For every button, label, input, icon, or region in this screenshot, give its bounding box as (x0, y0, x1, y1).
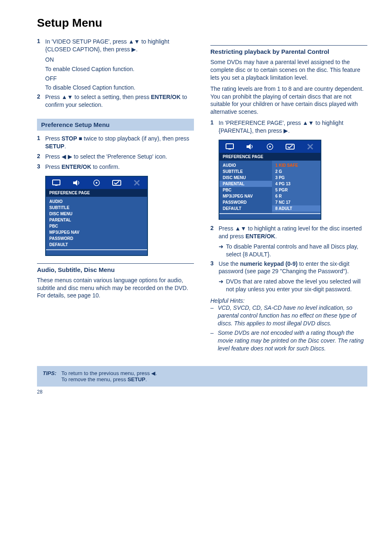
osd-menu-item: PASSWORD (49, 235, 144, 242)
text-fragment: Press ▲▼ to highlight a rating level for… (219, 225, 362, 240)
settings-check-icon (280, 140, 300, 153)
svg-point-10 (269, 146, 271, 147)
osd-rating-list: 1 KID SAFE 2 G 3 PG 4 PG 13 5 PGR 6 R 7 … (272, 161, 321, 213)
osd-preference-page: PREFERENCE PAGE AUDIO SUBTITLE DISC MENU… (45, 176, 148, 256)
osd-menu-item: AUDIO (49, 198, 144, 205)
text-fragment: ■ twice to stop playback (if any), then … (77, 135, 189, 142)
text-fragment: To remove the menu, press (61, 376, 127, 382)
text-fragment: Press (45, 164, 62, 170)
paragraph: These menus contain various language opt… (37, 276, 194, 300)
page-title: Setup Menu (37, 16, 367, 30)
osd-menu-item: PASSWORD (223, 199, 269, 205)
option-off-label: OFF (45, 75, 57, 82)
step-text: Press ◀ ▶ to select the 'Preference Setu… (45, 153, 167, 161)
option-off-desc: To disable Closed Caption function. (45, 84, 194, 92)
close-icon (127, 177, 147, 189)
svg-rect-1 (55, 185, 58, 186)
step-item: 1 In 'VIDEO SETUP PAGE', press ▲▼ to hig… (37, 38, 194, 53)
hints-heading: Helpful Hints: (210, 297, 367, 304)
osd-preference-page-parental: PREFERENCE PAGE AUDIO SUBTITLE DISC MENU… (219, 140, 321, 220)
osd-menu-item: DISC MENU (223, 175, 269, 181)
disc-icon (86, 177, 106, 189)
osd-rating-item: 3 PG (275, 175, 317, 181)
option-on-label: ON (45, 56, 54, 63)
osd-footer (219, 213, 321, 219)
text-fragment: Use the (219, 260, 240, 267)
svg-rect-7 (228, 149, 231, 150)
osd-menu-item: PBC (223, 187, 269, 193)
hint-item: – Some DVDs are not encoded with a ratin… (210, 329, 367, 352)
paragraph: Some DVDs may have a parental level assi… (210, 58, 367, 82)
osd-menu-item: AUDIO (223, 162, 269, 168)
step-number: 3 (210, 260, 219, 276)
speaker-icon (240, 140, 260, 153)
osd-menu-item-highlighted: PARENTAL (219, 181, 272, 187)
page-number: 28 (37, 389, 367, 395)
text-fragment: to confirm. (91, 164, 120, 170)
step-number: 2 (37, 153, 45, 161)
text-fragment: Press (45, 135, 62, 142)
osd-menu-item: DEFAULT (49, 242, 144, 248)
option-on-desc: To enable Closed Caption function. (45, 65, 194, 73)
step-text: Use the numeric keypad (0-9) to enter th… (219, 260, 367, 276)
tips-line: To return to the previous menu, press ◀. (61, 370, 157, 376)
osd-menu-list: AUDIO SUBTITLE DISC MENU PARENTAL PBC MP… (219, 161, 272, 213)
step-item: 1 Press STOP ■ twice to stop playback (i… (37, 135, 194, 150)
text-fragment: . (65, 143, 66, 150)
osd-tab-bar (219, 140, 321, 153)
key-name: ENTER/OK (245, 233, 275, 240)
osd-menu-item: SUBTITLE (223, 168, 269, 175)
osd-footer (46, 249, 147, 255)
speaker-icon (66, 177, 86, 189)
svg-point-4 (96, 182, 97, 184)
result-bullet: ➜ To disable Parental controls and have … (219, 243, 367, 258)
step-number: 1 (37, 38, 45, 53)
dash-icon: – (210, 304, 218, 327)
svg-rect-0 (53, 180, 60, 185)
text-fragment: . (145, 376, 147, 382)
step-number: 2 (37, 93, 45, 109)
tips-body: To return to the previous menu, press ◀.… (61, 370, 157, 382)
result-bullet: ➜ DVDs that are rated above the level yo… (219, 278, 367, 293)
step-text: Press ▲▼ to highlight a rating level for… (219, 225, 367, 240)
step-item: 3 Press ENTER/OK to confirm. (37, 163, 194, 171)
left-column: 1 In 'VIDEO SETUP PAGE', press ▲▼ to hig… (37, 38, 194, 354)
right-column: Restricting playback by Parental Control… (210, 38, 367, 354)
dash-icon: – (210, 329, 218, 352)
monitor-icon (46, 177, 66, 189)
key-name: STOP (62, 135, 77, 142)
osd-menu-item: SUBTITLE (49, 205, 144, 211)
subheading-audio-subtitle-disc: Audio, Subtitle, Disc Menu (37, 263, 194, 273)
osd-rating-item-selected: 1 KID SAFE (275, 162, 317, 168)
hint-item: – VCD, SVCD, CD, SA-CD have no level ind… (210, 304, 367, 327)
text-fragment: . (275, 233, 277, 240)
paragraph: The rating levels are from 1 to 8 and ar… (210, 85, 367, 116)
arrow-icon: ➜ (219, 243, 226, 258)
osd-menu-list: AUDIO SUBTITLE DISC MENU PARENTAL PBC MP… (46, 197, 147, 249)
svg-marker-2 (73, 180, 77, 186)
step-item: 1 In 'PREFERENCE PAGE', press ▲▼ to high… (210, 119, 367, 135)
hint-text: VCD, SVCD, CD, SA-CD have no level indic… (218, 304, 367, 327)
settings-check-icon (107, 177, 127, 189)
step-text: Press ENTER/OK to confirm. (45, 163, 120, 171)
key-name: ENTER/OK (62, 164, 91, 170)
osd-menu-item: DISC MENU (49, 211, 144, 217)
key-name: SETUP (45, 143, 65, 150)
hint-text: Some DVDs are not encoded with a rating … (218, 329, 367, 352)
result-text: DVDs that are rated above the level you … (226, 278, 367, 293)
option-on: ON (45, 56, 194, 64)
step-number: 2 (210, 225, 219, 240)
osd-rating-item-highlighted: 8 ADULT (272, 205, 321, 212)
step-text: In 'VIDEO SETUP PAGE', press ▲▼ to highl… (45, 38, 194, 53)
svg-marker-8 (247, 144, 251, 150)
close-icon (300, 140, 321, 153)
step-item: 2 Press ▲▼ to select a setting, then pre… (37, 93, 194, 109)
osd-body: AUDIO SUBTITLE DISC MENU PARENTAL PBC MP… (219, 161, 321, 213)
step-text: Press STOP ■ twice to stop playback (if … (45, 135, 194, 150)
text-fragment: Press ▲▼ to select a setting, then press (45, 94, 151, 100)
monitor-icon (219, 140, 240, 153)
osd-rating-item: 4 PG 13 (275, 181, 317, 187)
osd-menu-item: PBC (49, 223, 144, 229)
disc-icon (260, 140, 280, 153)
two-column-layout: 1 In 'VIDEO SETUP PAGE', press ▲▼ to hig… (37, 38, 367, 354)
